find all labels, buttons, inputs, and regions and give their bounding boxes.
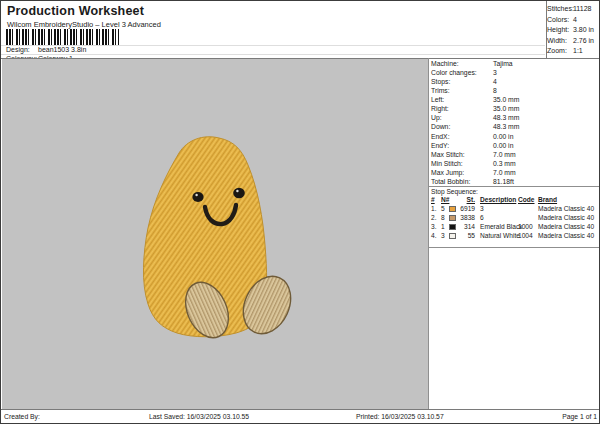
machine-info-value: 35.0 mm — [493, 104, 600, 113]
summary-row: Zoom: 1:1 — [547, 46, 599, 57]
stop-sequence-rows: 1. 5 6919 3 Madeira Classic 40 2. 8 3838… — [429, 204, 600, 240]
summary-value: 1:1 — [573, 46, 599, 57]
machine-info-label: Color changes: — [431, 68, 493, 77]
machine-info-value: 7.0 mm — [493, 168, 600, 177]
divider — [1, 54, 545, 55]
machine-info-label: Min Stitch: — [431, 159, 493, 168]
stop-sequence-row: 1. 5 6919 3 Madeira Classic 40 — [429, 204, 600, 213]
bean-design-preview — [141, 131, 301, 343]
machine-info-label: Max Stitch: — [431, 150, 493, 159]
thread-st-number: 6919 — [458, 204, 476, 213]
design-label: Design: — [6, 46, 38, 53]
machine-info-row: Min Stitch: 0.3 mm — [431, 159, 600, 168]
created-by-label: Created By: — [4, 410, 40, 423]
machine-info-value: 0.3 mm — [493, 159, 600, 168]
machine-info-row: Right: 35.0 mm — [431, 104, 600, 113]
right-eye-glint — [236, 190, 238, 192]
stop-sequence-row: 4. 3 55 Natural White 1004 Madeira Class… — [429, 231, 600, 240]
col-header-num: # — [431, 196, 441, 204]
stop-sequence-row: 3. 1 314 Emerald Black 1000 Madeira Clas… — [429, 222, 600, 231]
page-number: Page 1 of 1 — [562, 410, 597, 423]
machine-info-label: Left: — [431, 95, 493, 104]
design-canvas — [2, 59, 428, 409]
needle-number: 3 — [441, 231, 449, 240]
summary-label: Zoom: — [547, 46, 573, 57]
production-worksheet-page: Production Worksheet Wilcom EmbroiderySt… — [0, 0, 600, 424]
col-header-code: Code — [517, 196, 538, 204]
machine-info-row: EndX: 0.00 in — [431, 132, 600, 141]
summary-row: Stitches: 11128 — [547, 4, 599, 15]
thread-code: 1000 — [517, 222, 538, 231]
bean-right-eye — [233, 188, 245, 198]
machine-info-row: Left: 35.0 mm — [431, 95, 600, 104]
machine-info-row: EndY: 0.00 in — [431, 141, 600, 150]
thread-color-swatch — [449, 215, 456, 221]
machine-info-label: Total Bobbin: — [431, 177, 493, 186]
thread-brand: Madeira Classic 40 — [538, 222, 600, 231]
panel-divider — [428, 58, 429, 410]
machine-info-value: 81.18ft — [493, 177, 600, 186]
thread-brand: Madeira Classic 40 — [538, 231, 600, 240]
machine-info-panel: Machine: Tajima Color changes: 3 Stops: … — [429, 59, 600, 186]
machine-info-label: Machine: — [431, 59, 493, 68]
machine-info-label: Trims: — [431, 86, 493, 95]
machine-info-row: Trims: 8 — [431, 86, 600, 95]
thread-color-swatch — [449, 224, 456, 230]
thread-st-number: 314 — [458, 222, 476, 231]
stop-sequence-header: # N# St. Description Code Brand — [429, 196, 600, 204]
machine-info-value: 48.3 mm — [493, 122, 600, 131]
machine-info-value: 4 — [493, 77, 600, 86]
thread-color-swatch — [449, 233, 456, 239]
machine-info-value: 7.0 mm — [493, 150, 600, 159]
summary-label: Width: — [547, 36, 573, 47]
machine-info-label: Down: — [431, 122, 493, 131]
machine-info-row: Up: 48.3 mm — [431, 113, 600, 122]
thread-code: 1004 — [517, 231, 538, 240]
design-name-value: bean1503 3.8in — [38, 46, 86, 53]
summary-row: Colors: 4 — [547, 15, 599, 26]
machine-info-row: Down: 48.3 mm — [431, 122, 600, 131]
machine-info-row: Stops: 4 — [431, 77, 600, 86]
thread-st-number: 3838 — [458, 213, 476, 222]
stop-sequence-panel: Stop Sequence: # N# St. Description Code… — [429, 187, 600, 240]
summary-value: 2.76 in — [573, 36, 599, 47]
design-barcode — [6, 29, 119, 45]
machine-info-label: Max Jump: — [431, 168, 493, 177]
row-number: 2. — [431, 213, 441, 222]
row-number: 4. — [431, 231, 441, 240]
needle-number: 5 — [441, 204, 449, 213]
needle-number: 8 — [441, 213, 449, 222]
col-header-st: St. — [458, 196, 476, 204]
summary-label: Colors: — [547, 15, 573, 26]
machine-info-label: Right: — [431, 104, 493, 113]
summary-value: 11128 — [573, 4, 599, 15]
machine-info-value: Tajima — [493, 59, 600, 68]
bean-left-eye — [192, 192, 203, 202]
machine-info-value: 0.00 in — [493, 132, 600, 141]
machine-info-row: Max Jump: 7.0 mm — [431, 168, 600, 177]
thread-description: Natural White — [476, 231, 517, 240]
thread-st-number: 55 — [458, 231, 476, 240]
row-number: 1. — [431, 204, 441, 213]
machine-info-value: 8 — [493, 86, 600, 95]
col-header-description: Description — [476, 196, 517, 204]
machine-info-value: 0.00 in — [493, 141, 600, 150]
summary-label: Height: — [547, 25, 573, 36]
machine-info-row: Total Bobbin: 81.18ft — [431, 177, 600, 186]
machine-info-row: Max Stitch: 7.0 mm — [431, 150, 600, 159]
last-saved-text: Last Saved: 16/03/2025 03.10.55 — [149, 410, 249, 423]
stop-sequence-title: Stop Sequence: — [429, 187, 600, 196]
col-header-n: N# — [441, 196, 449, 204]
machine-info-value: 35.0 mm — [493, 95, 600, 104]
machine-info-row: Color changes: 3 — [431, 68, 600, 77]
machine-info-label: EndY: — [431, 141, 493, 150]
thread-brand: Madeira Classic 40 — [538, 204, 600, 213]
machine-info-row: Machine: Tajima — [431, 59, 600, 68]
row-number: 3. — [431, 222, 441, 231]
page-footer: Created By: Last Saved: 16/03/2025 03.10… — [1, 410, 600, 424]
col-header-brand: Brand — [538, 196, 600, 204]
thread-description: 6 — [476, 213, 517, 222]
stop-sequence-row: 2. 8 3838 6 Madeira Classic 40 — [429, 213, 600, 222]
needle-number: 1 — [441, 222, 449, 231]
summary-row: Width: 2.76 in — [547, 36, 599, 47]
